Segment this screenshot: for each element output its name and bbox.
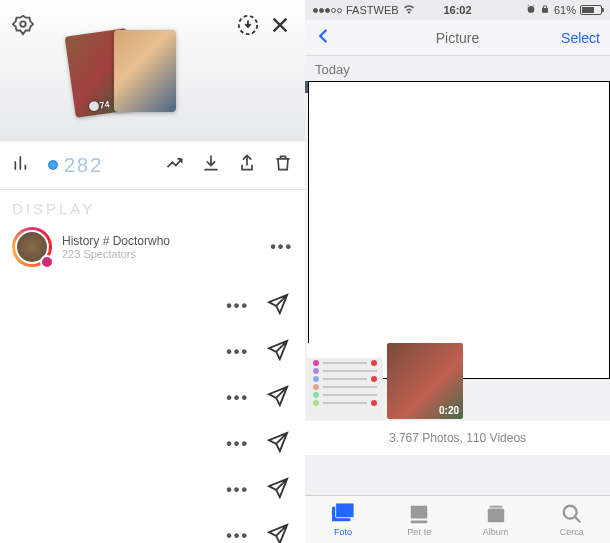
story-card-stack[interactable]: ⚪74 (70, 30, 190, 120)
story-header: ⚪74 (0, 0, 305, 140)
svg-marker-0 (13, 16, 33, 34)
list-item: ••• (0, 421, 305, 467)
bar-chart-icon[interactable] (12, 153, 32, 177)
library-counts: 3.767 Photos, 110 Videos (305, 421, 610, 455)
send-icon[interactable] (267, 293, 289, 319)
viewer-list: ••• ••• ••• ••• ••• ••• (0, 271, 305, 543)
svg-point-11 (564, 505, 577, 518)
section-header: DISPLAY (0, 190, 305, 223)
list-item: ••• (0, 283, 305, 329)
view-count: 282 (64, 154, 103, 177)
send-icon[interactable] (267, 339, 289, 365)
download-progress-icon[interactable] (237, 14, 259, 40)
instagram-story-panel: ⚪74 282 DISPLAY History # Doctorwho 223 … (0, 0, 305, 543)
photo-grid: 0:20 (305, 81, 610, 421)
send-icon[interactable] (267, 523, 289, 543)
list-item: ••• (0, 467, 305, 513)
section-today: Today (305, 56, 610, 81)
select-button[interactable]: Select (561, 30, 600, 46)
status-dot-icon (48, 160, 58, 170)
trash-icon[interactable] (273, 153, 293, 177)
thumbnail-screenshot[interactable] (307, 343, 383, 419)
story-info: History # Doctorwho 223 Spectators (62, 234, 170, 260)
svg-rect-6 (336, 503, 354, 518)
download-icon[interactable] (201, 153, 221, 177)
stats-toolbar: 282 (0, 140, 305, 190)
more-icon[interactable]: ••• (226, 297, 249, 315)
lock-icon (540, 4, 550, 16)
back-icon[interactable] (315, 25, 333, 51)
svg-rect-10 (489, 505, 502, 507)
carrier-info: FASTWEB (313, 4, 415, 16)
tab-cerca[interactable]: Cerca (534, 496, 610, 543)
more-icon[interactable]: ••• (226, 481, 249, 499)
tab-label: Per te (407, 527, 431, 537)
tab-label: Cerca (560, 527, 584, 537)
status-right: 61% (526, 4, 602, 16)
more-icon[interactable]: ••• (270, 238, 293, 256)
ios-photos-app: FASTWEB 16:02 61% Picture Select Today (305, 0, 610, 543)
wifi-icon (403, 4, 415, 16)
story-subtitle: 223 Spectators (62, 248, 170, 260)
send-icon[interactable] (267, 477, 289, 503)
send-icon[interactable] (267, 385, 289, 411)
tab-foto[interactable]: Foto (305, 496, 381, 543)
thumbnail-row: 0:20 (305, 343, 610, 421)
svg-point-1 (20, 21, 26, 26)
svg-rect-8 (411, 520, 428, 523)
svg-point-3 (528, 6, 535, 13)
status-bar: FASTWEB 16:02 61% (305, 0, 610, 20)
list-item: ••• (0, 375, 305, 421)
more-icon[interactable]: ••• (226, 527, 249, 543)
story-title: History # Doctorwho (62, 234, 170, 248)
story-card-2 (114, 30, 176, 112)
svg-rect-9 (487, 508, 504, 522)
tab-label: Album (483, 527, 509, 537)
carrier-name: FASTWEB (346, 4, 399, 16)
thumbnail-video[interactable]: 0:20 (387, 343, 463, 419)
nav-bar: Picture Select (305, 20, 610, 56)
more-icon[interactable]: ••• (226, 389, 249, 407)
tab-bar: Foto Per te Album Cerca (305, 495, 610, 543)
more-icon[interactable]: ••• (226, 343, 249, 361)
list-item: ••• (0, 513, 305, 543)
tab-album[interactable]: Album (458, 496, 534, 543)
avatar-badge-icon (40, 255, 54, 269)
trending-icon[interactable] (165, 153, 185, 177)
selected-photo-placeholder[interactable] (308, 81, 610, 379)
avatar-ring (12, 227, 52, 267)
svg-rect-7 (411, 505, 428, 518)
battery-icon (580, 5, 602, 15)
nav-title: Picture (436, 30, 480, 46)
battery-percent: 61% (554, 4, 576, 16)
clock: 16:02 (443, 4, 471, 16)
send-icon[interactable] (267, 431, 289, 457)
svg-rect-4 (542, 9, 547, 13)
more-icon[interactable]: ••• (226, 435, 249, 453)
signal-icon (313, 8, 342, 13)
tab-per-te[interactable]: Per te (381, 496, 457, 543)
alarm-icon (526, 4, 536, 16)
story-viewer-row[interactable]: History # Doctorwho 223 Spectators ••• (0, 223, 305, 271)
share-icon[interactable] (237, 153, 257, 177)
card-view-badge: ⚪74 (88, 99, 110, 112)
list-item: ••• (0, 329, 305, 375)
settings-icon[interactable] (12, 14, 34, 40)
tab-label: Foto (334, 527, 352, 537)
video-duration: 0:20 (439, 405, 459, 416)
close-icon[interactable] (269, 14, 291, 40)
